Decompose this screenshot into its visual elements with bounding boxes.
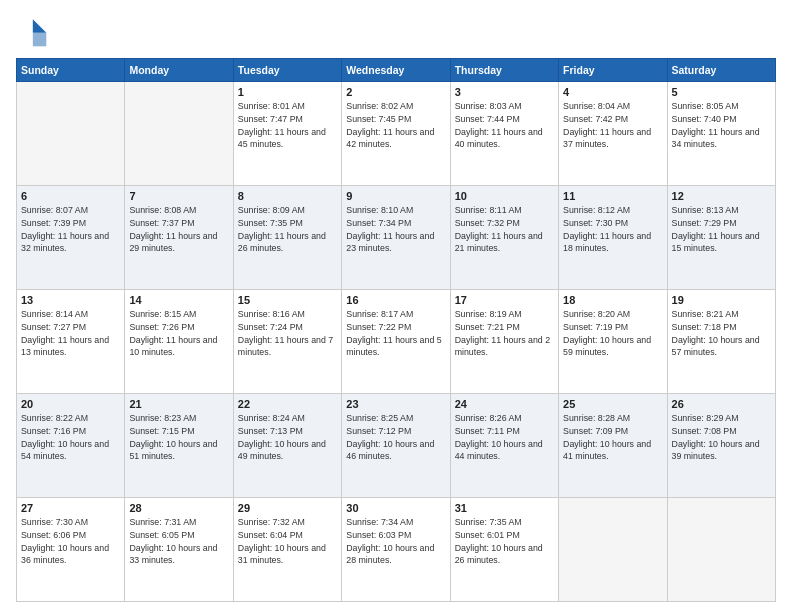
day-info: Sunrise: 7:30 AMSunset: 6:06 PMDaylight:… <box>21 516 120 567</box>
day-info: Sunrise: 8:02 AMSunset: 7:45 PMDaylight:… <box>346 100 445 151</box>
day-number: 24 <box>455 398 554 410</box>
day-number: 14 <box>129 294 228 306</box>
day-info: Sunrise: 8:16 AMSunset: 7:24 PMDaylight:… <box>238 308 337 359</box>
day-number: 6 <box>21 190 120 202</box>
day-info: Sunrise: 8:15 AMSunset: 7:26 PMDaylight:… <box>129 308 228 359</box>
day-info: Sunrise: 8:13 AMSunset: 7:29 PMDaylight:… <box>672 204 771 255</box>
day-number: 21 <box>129 398 228 410</box>
day-number: 13 <box>21 294 120 306</box>
day-info: Sunrise: 8:08 AMSunset: 7:37 PMDaylight:… <box>129 204 228 255</box>
day-info: Sunrise: 8:24 AMSunset: 7:13 PMDaylight:… <box>238 412 337 463</box>
day-number: 27 <box>21 502 120 514</box>
day-number: 4 <box>563 86 662 98</box>
calendar-cell: 25Sunrise: 8:28 AMSunset: 7:09 PMDayligh… <box>559 394 667 498</box>
day-info: Sunrise: 8:29 AMSunset: 7:08 PMDaylight:… <box>672 412 771 463</box>
day-number: 8 <box>238 190 337 202</box>
calendar-header: SundayMondayTuesdayWednesdayThursdayFrid… <box>17 59 776 82</box>
day-info: Sunrise: 8:12 AMSunset: 7:30 PMDaylight:… <box>563 204 662 255</box>
calendar-cell: 30Sunrise: 7:34 AMSunset: 6:03 PMDayligh… <box>342 498 450 602</box>
week-row-3: 20Sunrise: 8:22 AMSunset: 7:16 PMDayligh… <box>17 394 776 498</box>
calendar-cell <box>667 498 775 602</box>
day-info: Sunrise: 8:22 AMSunset: 7:16 PMDaylight:… <box>21 412 120 463</box>
day-number: 31 <box>455 502 554 514</box>
header-row: SundayMondayTuesdayWednesdayThursdayFrid… <box>17 59 776 82</box>
day-number: 22 <box>238 398 337 410</box>
calendar-cell: 19Sunrise: 8:21 AMSunset: 7:18 PMDayligh… <box>667 290 775 394</box>
calendar-cell: 14Sunrise: 8:15 AMSunset: 7:26 PMDayligh… <box>125 290 233 394</box>
day-info: Sunrise: 8:01 AMSunset: 7:47 PMDaylight:… <box>238 100 337 151</box>
calendar-cell: 7Sunrise: 8:08 AMSunset: 7:37 PMDaylight… <box>125 186 233 290</box>
calendar-cell: 5Sunrise: 8:05 AMSunset: 7:40 PMDaylight… <box>667 82 775 186</box>
calendar-cell: 13Sunrise: 8:14 AMSunset: 7:27 PMDayligh… <box>17 290 125 394</box>
day-info: Sunrise: 8:21 AMSunset: 7:18 PMDaylight:… <box>672 308 771 359</box>
logo <box>16 16 52 48</box>
calendar-cell: 9Sunrise: 8:10 AMSunset: 7:34 PMDaylight… <box>342 186 450 290</box>
day-info: Sunrise: 8:14 AMSunset: 7:27 PMDaylight:… <box>21 308 120 359</box>
day-info: Sunrise: 8:23 AMSunset: 7:15 PMDaylight:… <box>129 412 228 463</box>
day-number: 18 <box>563 294 662 306</box>
day-info: Sunrise: 8:19 AMSunset: 7:21 PMDaylight:… <box>455 308 554 359</box>
calendar-cell: 29Sunrise: 7:32 AMSunset: 6:04 PMDayligh… <box>233 498 341 602</box>
calendar-cell: 12Sunrise: 8:13 AMSunset: 7:29 PMDayligh… <box>667 186 775 290</box>
day-number: 19 <box>672 294 771 306</box>
day-info: Sunrise: 8:20 AMSunset: 7:19 PMDaylight:… <box>563 308 662 359</box>
calendar-cell: 20Sunrise: 8:22 AMSunset: 7:16 PMDayligh… <box>17 394 125 498</box>
day-number: 10 <box>455 190 554 202</box>
calendar-cell <box>559 498 667 602</box>
day-number: 11 <box>563 190 662 202</box>
calendar-cell: 11Sunrise: 8:12 AMSunset: 7:30 PMDayligh… <box>559 186 667 290</box>
day-number: 2 <box>346 86 445 98</box>
day-info: Sunrise: 8:28 AMSunset: 7:09 PMDaylight:… <box>563 412 662 463</box>
svg-marker-1 <box>33 33 46 46</box>
week-row-2: 13Sunrise: 8:14 AMSunset: 7:27 PMDayligh… <box>17 290 776 394</box>
day-number: 25 <box>563 398 662 410</box>
day-info: Sunrise: 8:03 AMSunset: 7:44 PMDaylight:… <box>455 100 554 151</box>
day-info: Sunrise: 8:11 AMSunset: 7:32 PMDaylight:… <box>455 204 554 255</box>
day-info: Sunrise: 8:17 AMSunset: 7:22 PMDaylight:… <box>346 308 445 359</box>
calendar-cell: 26Sunrise: 8:29 AMSunset: 7:08 PMDayligh… <box>667 394 775 498</box>
day-info: Sunrise: 8:26 AMSunset: 7:11 PMDaylight:… <box>455 412 554 463</box>
calendar-cell <box>17 82 125 186</box>
day-info: Sunrise: 8:05 AMSunset: 7:40 PMDaylight:… <box>672 100 771 151</box>
day-info: Sunrise: 7:35 AMSunset: 6:01 PMDaylight:… <box>455 516 554 567</box>
svg-rect-2 <box>18 19 31 46</box>
header-cell-tuesday: Tuesday <box>233 59 341 82</box>
day-number: 20 <box>21 398 120 410</box>
header <box>16 16 776 48</box>
calendar-cell: 4Sunrise: 8:04 AMSunset: 7:42 PMDaylight… <box>559 82 667 186</box>
day-number: 15 <box>238 294 337 306</box>
header-cell-sunday: Sunday <box>17 59 125 82</box>
calendar-cell: 28Sunrise: 7:31 AMSunset: 6:05 PMDayligh… <box>125 498 233 602</box>
header-cell-friday: Friday <box>559 59 667 82</box>
week-row-0: 1Sunrise: 8:01 AMSunset: 7:47 PMDaylight… <box>17 82 776 186</box>
calendar-cell: 31Sunrise: 7:35 AMSunset: 6:01 PMDayligh… <box>450 498 558 602</box>
calendar-cell: 21Sunrise: 8:23 AMSunset: 7:15 PMDayligh… <box>125 394 233 498</box>
calendar-cell: 22Sunrise: 8:24 AMSunset: 7:13 PMDayligh… <box>233 394 341 498</box>
day-number: 28 <box>129 502 228 514</box>
calendar-cell: 24Sunrise: 8:26 AMSunset: 7:11 PMDayligh… <box>450 394 558 498</box>
calendar-cell: 16Sunrise: 8:17 AMSunset: 7:22 PMDayligh… <box>342 290 450 394</box>
day-info: Sunrise: 7:31 AMSunset: 6:05 PMDaylight:… <box>129 516 228 567</box>
week-row-1: 6Sunrise: 8:07 AMSunset: 7:39 PMDaylight… <box>17 186 776 290</box>
calendar-cell: 23Sunrise: 8:25 AMSunset: 7:12 PMDayligh… <box>342 394 450 498</box>
svg-marker-0 <box>33 19 46 32</box>
header-cell-wednesday: Wednesday <box>342 59 450 82</box>
day-number: 30 <box>346 502 445 514</box>
day-info: Sunrise: 7:34 AMSunset: 6:03 PMDaylight:… <box>346 516 445 567</box>
logo-icon <box>16 16 48 48</box>
day-info: Sunrise: 8:07 AMSunset: 7:39 PMDaylight:… <box>21 204 120 255</box>
page: SundayMondayTuesdayWednesdayThursdayFrid… <box>0 0 792 612</box>
calendar-cell: 15Sunrise: 8:16 AMSunset: 7:24 PMDayligh… <box>233 290 341 394</box>
header-cell-monday: Monday <box>125 59 233 82</box>
calendar-cell: 1Sunrise: 8:01 AMSunset: 7:47 PMDaylight… <box>233 82 341 186</box>
day-number: 17 <box>455 294 554 306</box>
week-row-4: 27Sunrise: 7:30 AMSunset: 6:06 PMDayligh… <box>17 498 776 602</box>
day-info: Sunrise: 7:32 AMSunset: 6:04 PMDaylight:… <box>238 516 337 567</box>
day-info: Sunrise: 8:25 AMSunset: 7:12 PMDaylight:… <box>346 412 445 463</box>
header-cell-saturday: Saturday <box>667 59 775 82</box>
day-number: 16 <box>346 294 445 306</box>
day-number: 9 <box>346 190 445 202</box>
calendar-cell: 3Sunrise: 8:03 AMSunset: 7:44 PMDaylight… <box>450 82 558 186</box>
day-number: 29 <box>238 502 337 514</box>
day-info: Sunrise: 8:09 AMSunset: 7:35 PMDaylight:… <box>238 204 337 255</box>
